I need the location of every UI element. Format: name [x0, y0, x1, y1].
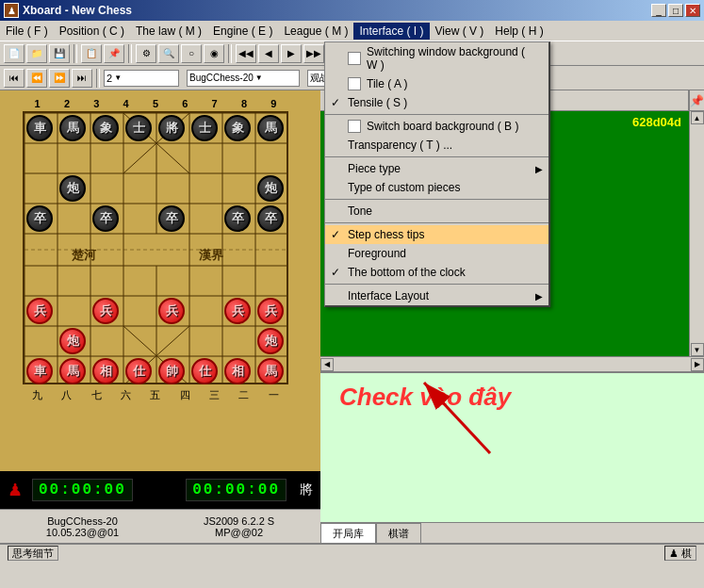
- piece-b-zu-3[interactable]: 卒: [158, 205, 185, 232]
- paste-button[interactable]: 📌: [104, 44, 124, 63]
- menu-engine[interactable]: Engine ( E ): [207, 23, 278, 40]
- toolbar-sep-1: [74, 44, 77, 63]
- menu-tone-label: Tone: [348, 204, 372, 218]
- next-button[interactable]: ▶▶: [303, 44, 324, 63]
- scroll-down[interactable]: ▼: [691, 343, 704, 356]
- piece-b-jiang[interactable]: 將: [158, 115, 185, 141]
- menu-switching-bg-label: Switching window background ( W ): [367, 45, 530, 72]
- piece-r-bing-2[interactable]: 兵: [92, 298, 119, 324]
- menu-foreground[interactable]: Foreground: [325, 244, 548, 263]
- chess-grid: 楚河 漢界 車 馬 象 士 將 士 象 馬 炮 炮: [23, 111, 288, 384]
- piece-r-pao-2[interactable]: 炮: [257, 328, 284, 354]
- scrollbar-h[interactable]: ◀ ▶: [320, 356, 704, 371]
- piece-r-xiang-1[interactable]: 相: [92, 358, 119, 384]
- title-bar: ♟ Xboard - New Chess _ □ ✕: [0, 0, 704, 21]
- menu-help[interactable]: Help ( H ): [489, 23, 548, 40]
- back-button[interactable]: ◀: [258, 44, 279, 63]
- svg-text:楚河: 楚河: [72, 248, 97, 262]
- tb-start[interactable]: ⏮: [4, 69, 25, 88]
- piece-b-zu-2[interactable]: 卒: [92, 205, 119, 232]
- menu-interface[interactable]: Interface ( I ): [353, 23, 429, 40]
- piece-b-ma-1[interactable]: 馬: [59, 115, 86, 141]
- menu-step-tips[interactable]: Step chess tips: [325, 225, 548, 244]
- tab-records[interactable]: 棋谱: [376, 523, 421, 543]
- menu-view[interactable]: View ( V ): [430, 23, 490, 40]
- piece-b-zu-5[interactable]: 卒: [257, 205, 284, 232]
- piece-b-ma-2[interactable]: 馬: [257, 115, 284, 141]
- piece-r-che-1[interactable]: 車: [26, 358, 53, 384]
- menu-interface-layout[interactable]: Interface Layout: [325, 286, 548, 305]
- piece-r-bing-1[interactable]: 兵: [26, 298, 53, 324]
- menu-tensile[interactable]: Tensile ( S ): [325, 93, 548, 112]
- menu-transparency[interactable]: Transparency ( T ) ...: [325, 136, 548, 155]
- tb-next2[interactable]: ⏩: [49, 69, 70, 88]
- piece-r-bing-4[interactable]: 兵: [224, 298, 251, 324]
- right-tabs: 开局库 棋谱: [320, 522, 704, 543]
- scroll-up[interactable]: ▲: [691, 111, 704, 124]
- piece-r-xiang-2[interactable]: 相: [224, 358, 251, 384]
- piece-r-shi-1[interactable]: 仕: [125, 358, 152, 384]
- left-timer: 00:00:00: [32, 479, 133, 501]
- piece-b-che-1[interactable]: 車: [26, 115, 53, 141]
- red-piece-icon: ♟: [8, 480, 23, 500]
- tb4[interactable]: 🔍: [158, 44, 179, 63]
- open-button[interactable]: 📁: [26, 44, 47, 63]
- menu-league[interactable]: League ( M ): [278, 23, 353, 40]
- level-dropdown[interactable]: 2 ▼: [104, 70, 179, 87]
- piece-b-xiang-2[interactable]: 象: [224, 115, 251, 141]
- prev-button[interactable]: ◀◀: [236, 44, 256, 63]
- menu-piece-type[interactable]: Piece type: [325, 159, 548, 178]
- menu-law[interactable]: The law ( M ): [130, 23, 207, 40]
- tb-prev[interactable]: ⏪: [26, 69, 47, 88]
- col-5: 5: [153, 98, 158, 109]
- toolbar-sep-2: [128, 44, 132, 63]
- copy-button[interactable]: 📋: [81, 44, 102, 63]
- menu-sep-3: [325, 199, 548, 200]
- menu-foreground-label: Foreground: [348, 247, 406, 260]
- tb3[interactable]: ⚙: [136, 44, 156, 63]
- piece-b-zu-4[interactable]: 卒: [224, 205, 251, 232]
- minimize-button[interactable]: _: [651, 4, 666, 17]
- piece-r-shi-2[interactable]: 仕: [191, 358, 218, 384]
- piece-r-bing-3[interactable]: 兵: [158, 298, 185, 324]
- menu-switching-bg[interactable]: Switching window background ( W ): [325, 42, 548, 74]
- piece-r-bing-5[interactable]: 兵: [257, 298, 284, 324]
- piece-r-shuai[interactable]: 帥: [158, 358, 185, 384]
- scroll-right[interactable]: ▶: [691, 358, 704, 371]
- save-button[interactable]: 💾: [49, 44, 70, 63]
- menu-tile-label: Tile ( A ): [367, 77, 408, 90]
- piece-b-pao-1[interactable]: 炮: [59, 175, 86, 202]
- piece-r-pao-1[interactable]: 炮: [59, 328, 86, 354]
- menu-tone[interactable]: Tone: [325, 202, 548, 220]
- menu-position[interactable]: Position ( C ): [54, 23, 130, 40]
- scrollbar-v[interactable]: ▲ ▼: [689, 111, 704, 356]
- menu-clock-bottom[interactable]: The bottom of the clock: [325, 263, 548, 282]
- new-button[interactable]: 📄: [4, 44, 25, 63]
- piece-r-ma-2[interactable]: 馬: [257, 358, 284, 384]
- col-wu: 五: [150, 388, 160, 402]
- menu-tile[interactable]: Tile ( A ): [325, 74, 548, 93]
- player-dropdown[interactable]: BugCChess-20 ▼: [187, 70, 300, 87]
- piece-b-pao-2[interactable]: 炮: [257, 175, 284, 202]
- tab-openings[interactable]: 开局库: [320, 523, 376, 543]
- close-button[interactable]: ✕: [685, 4, 700, 17]
- menu-tensile-label: Tensile ( S ): [348, 96, 407, 109]
- menu-file[interactable]: File ( F ): [0, 23, 54, 40]
- menu-custom-pieces[interactable]: Type of custom pieces: [325, 178, 548, 197]
- fwd-button[interactable]: ▶: [281, 44, 302, 63]
- tb-end[interactable]: ⏭: [72, 69, 92, 88]
- piece-b-zu-1[interactable]: 卒: [26, 205, 53, 232]
- tb6[interactable]: ◉: [204, 44, 224, 63]
- menu-switch-board-bg[interactable]: Switch board background ( B ): [325, 117, 548, 136]
- panel-pin[interactable]: 📌: [689, 90, 704, 110]
- piece-r-ma-1[interactable]: 馬: [59, 358, 86, 384]
- maximize-button[interactable]: □: [668, 4, 683, 17]
- level-arrow: ▼: [114, 74, 122, 82]
- col-9: 9: [270, 98, 276, 109]
- piece-b-shi-1[interactable]: 士: [125, 115, 152, 141]
- window: ♟ Xboard - New Chess _ □ ✕ File ( F ) Po…: [0, 0, 704, 588]
- piece-b-xiang-1[interactable]: 象: [92, 115, 119, 141]
- tb5[interactable]: ○: [181, 44, 202, 63]
- scroll-left[interactable]: ◀: [320, 358, 334, 371]
- piece-b-shi-2[interactable]: 士: [191, 115, 218, 141]
